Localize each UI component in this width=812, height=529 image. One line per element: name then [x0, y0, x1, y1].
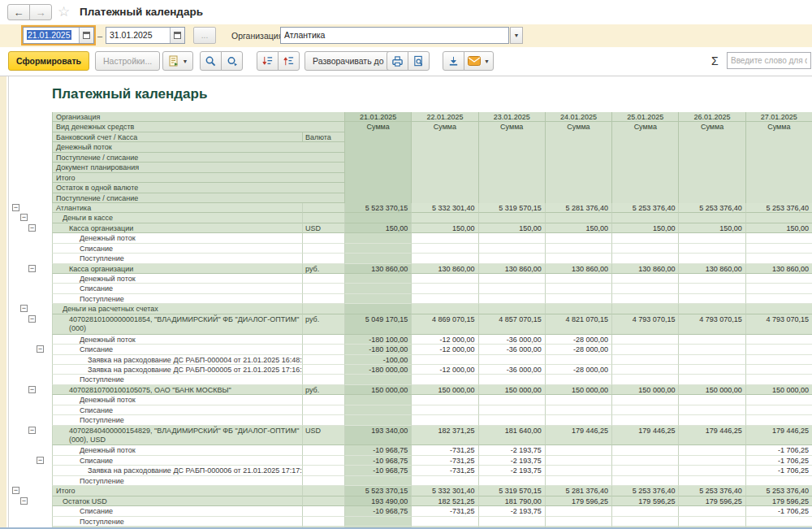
date-to-calendar-button[interactable] — [170, 28, 184, 43]
expander-minus-icon[interactable]: − — [28, 224, 36, 232]
send-email-button[interactable]: ▼ — [464, 51, 494, 71]
organization-dropdown-button[interactable]: ▼ — [510, 27, 523, 44]
header-cell — [545, 142, 611, 152]
value-cell — [344, 395, 411, 405]
expander-minus-icon[interactable]: − — [12, 487, 19, 494]
tree-gutter — [9, 415, 52, 425]
value-cell: 150,00 — [545, 223, 611, 233]
expander-minus-icon[interactable]: − — [28, 386, 36, 393]
favorites-star-icon[interactable]: ☆ — [58, 3, 70, 20]
organization-combo[interactable]: Атлантика — [280, 27, 509, 44]
value-cell — [678, 304, 745, 314]
forward-button[interactable]: → — [29, 4, 52, 20]
print-preview-button[interactable] — [408, 51, 430, 71]
value-cell — [545, 456, 611, 466]
value-cell — [745, 244, 812, 254]
expander-minus-icon[interactable]: − — [28, 427, 36, 434]
tree-gutter: − — [9, 486, 52, 496]
currency-cell: руб. — [302, 385, 344, 395]
quick-filter-input[interactable] — [727, 52, 811, 69]
tree-gutter: − — [9, 223, 52, 233]
header-cell — [344, 142, 411, 152]
currency-cell — [302, 294, 344, 304]
value-cell — [545, 506, 611, 516]
date-header: 23.01.2025 — [478, 112, 545, 122]
table-row: Поступление — [9, 294, 812, 304]
expander-minus-icon[interactable]: − — [20, 214, 28, 221]
row-label: Поступление — [52, 294, 302, 304]
date-to-value: 31.01.2025 — [106, 28, 170, 43]
tree-gutter — [9, 365, 52, 375]
report-rows: −Атлантика5 523 370,155 332 301,405 319 … — [9, 203, 812, 529]
date-header: 21.01.2025 — [344, 112, 411, 122]
back-button[interactable]: ← — [7, 4, 30, 20]
header-label: Остаток в одной валюте — [52, 183, 344, 193]
date-header: 24.01.2025 — [545, 112, 611, 122]
value-cell — [545, 213, 611, 223]
row-label: Денежный поток — [52, 445, 302, 455]
table-row: Денежный поток — [9, 395, 812, 405]
row-label: 40702840400000154829, "ВЛАДИМИРСКИЙ" ФБ … — [52, 426, 302, 446]
date-to-field[interactable]: 31.01.2025 — [106, 27, 185, 44]
value-cell — [678, 254, 745, 263]
row-label: Поступление — [52, 476, 302, 486]
header-cell — [478, 142, 545, 152]
sum-header: Сумма — [611, 122, 678, 132]
table-row: Денежный поток-10 968,75-731,25-2 193,75… — [9, 445, 812, 455]
header-cell — [344, 132, 411, 142]
expander-minus-icon[interactable]: − — [37, 345, 44, 353]
header-cell — [545, 173, 611, 183]
value-cell: -100,00 — [344, 355, 411, 365]
print-button[interactable] — [387, 51, 408, 71]
row-label: Денежный поток — [52, 335, 302, 345]
value-cell: 181 790,00 — [478, 496, 545, 506]
report-variants-button[interactable]: ▼ — [162, 51, 193, 71]
tree-gutter — [9, 163, 52, 172]
expander-minus-icon[interactable]: − — [12, 204, 19, 211]
header-cell — [411, 193, 477, 203]
date-from-field[interactable]: 21.01.2025 — [23, 27, 94, 44]
header-cell — [745, 153, 812, 163]
value-cell — [411, 284, 477, 293]
generate-button[interactable]: Сформировать — [8, 51, 89, 71]
expander-minus-icon[interactable]: − — [28, 265, 36, 272]
header-cell — [478, 173, 545, 183]
settings-button[interactable]: Настройки... — [95, 51, 160, 71]
search-next-button[interactable] — [221, 51, 243, 71]
sum-header: Сумма — [545, 122, 611, 132]
expand-levels-icon — [261, 55, 274, 67]
table-row: Списание-10 968,75-731,25-2 193,75-1 706… — [9, 506, 812, 516]
expander-minus-icon[interactable]: − — [20, 497, 28, 505]
value-cell — [611, 375, 678, 384]
value-cell — [678, 284, 745, 293]
expand-levels-button[interactable] — [257, 51, 279, 71]
period-more-button[interactable]: ... — [193, 27, 216, 44]
search-button[interactable] — [200, 51, 222, 71]
report-header-row: Поступление / списание — [9, 153, 812, 163]
expander-minus-icon[interactable]: − — [20, 305, 28, 312]
expander-minus-icon[interactable]: − — [28, 315, 36, 323]
value-cell: 150 000,00 — [678, 385, 745, 395]
value-cell — [745, 254, 812, 263]
value-cell: 5 319 570,15 — [478, 486, 545, 496]
row-label: Касса организации — [52, 264, 302, 274]
save-file-button[interactable] — [443, 51, 464, 71]
row-label: Денежный поток — [52, 233, 302, 243]
header-cell — [545, 132, 611, 142]
collapse-levels-button[interactable] — [278, 51, 300, 71]
currency-cell — [302, 274, 344, 284]
table-row: Поступление — [9, 254, 812, 263]
value-cell — [611, 345, 678, 354]
header-cell — [611, 183, 678, 193]
expander-minus-icon[interactable]: − — [37, 457, 44, 464]
tree-gutter — [9, 405, 52, 415]
value-cell — [545, 395, 611, 405]
currency-cell — [302, 415, 344, 425]
value-cell: 5 332 301,40 — [411, 486, 477, 496]
table-row: Поступление — [9, 517, 812, 527]
date-from-calendar-button[interactable] — [79, 28, 93, 43]
tree-gutter — [9, 274, 52, 284]
search-icon — [205, 55, 217, 67]
value-cell: -2 193,75 — [478, 456, 545, 466]
value-cell: -731,25 — [411, 445, 477, 455]
